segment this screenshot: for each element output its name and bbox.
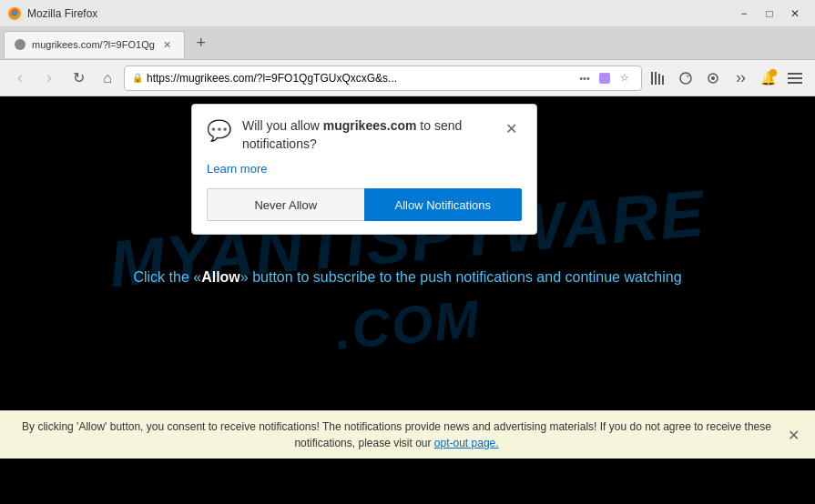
notification-bell-button[interactable]: 🔔 <box>755 66 780 91</box>
banner-text: By clicking 'Allow' button, you consent … <box>15 418 779 451</box>
bottom-banner: By clicking 'Allow' button, you consent … <box>0 410 815 459</box>
title-bar-left: Mozilla Firefox <box>7 6 97 21</box>
browser-tab[interactable]: mugrikees.com/?l=9FO1Qg ✕ <box>4 31 185 58</box>
tab-bar: mugrikees.com/?l=9FO1Qg ✕ + <box>0 27 815 60</box>
extensions-button[interactable] <box>700 66 726 91</box>
notification-popup: 💬 Will you allow mugrikees.com to send n… <box>191 104 537 235</box>
maximize-button[interactable]: □ <box>757 1 782 26</box>
home-button[interactable]: ⌂ <box>95 66 120 91</box>
tab-close-button[interactable]: ✕ <box>160 37 175 52</box>
subscribe-before: Click the « <box>133 269 201 285</box>
title-text: Mozilla Firefox <box>27 7 97 20</box>
title-bar: Mozilla Firefox − □ ✕ <box>0 0 815 27</box>
subscribe-allow: Allow <box>201 269 240 285</box>
pocket-button[interactable] <box>596 69 614 87</box>
banner-close-button[interactable]: ✕ <box>782 424 804 446</box>
svg-rect-13 <box>788 82 802 84</box>
bookmark-button[interactable]: ☆ <box>616 69 634 87</box>
back-button[interactable]: ‹ <box>7 66 33 91</box>
forward-button[interactable]: › <box>36 66 62 91</box>
subscribe-text: Click the «Allow» button to subscribe to… <box>133 269 681 286</box>
svg-point-2 <box>15 39 25 50</box>
sync-button[interactable] <box>673 66 698 91</box>
popup-buttons: Never Allow Allow Notifications <box>207 188 522 221</box>
tab-favicon <box>14 38 26 51</box>
svg-rect-6 <box>658 74 660 85</box>
nav-extras: ›› 🔔 <box>646 66 808 91</box>
banner-message: By clicking 'Allow' button, you consent … <box>22 420 771 449</box>
browser-content: MYANTISPYWARE .COM Click the «Allow» but… <box>0 96 815 459</box>
new-tab-button[interactable]: + <box>188 31 214 56</box>
popup-message-domain: mugrikees.com <box>323 118 417 133</box>
address-bar-actions: ••• ☆ <box>576 69 634 87</box>
svg-point-8 <box>680 73 691 84</box>
chat-icon: 💬 <box>207 119 231 143</box>
popup-close-button[interactable]: ✕ <box>500 117 522 139</box>
svg-rect-4 <box>651 72 653 85</box>
subscribe-after: » button to subscribe to the push notifi… <box>240 269 682 285</box>
allow-notifications-button[interactable]: Allow Notifications <box>364 188 523 221</box>
tab-title: mugrikees.com/?l=9FO1Qg <box>32 39 155 50</box>
svg-rect-12 <box>788 77 802 79</box>
close-button[interactable]: ✕ <box>782 1 808 26</box>
nav-bar: ‹ › ↻ ⌂ 🔒 ••• ☆ ›› 🔔 <box>0 60 815 96</box>
svg-rect-5 <box>655 72 657 85</box>
svg-point-1 <box>12 11 17 16</box>
svg-point-10 <box>711 76 715 80</box>
popup-message-prefix: Will you allow <box>242 118 323 133</box>
bell-badge <box>769 69 777 76</box>
never-allow-button[interactable]: Never Allow <box>207 188 364 221</box>
menu-button[interactable] <box>782 66 808 91</box>
title-controls: − □ ✕ <box>731 1 808 26</box>
lock-icon: 🔒 <box>132 73 143 83</box>
svg-rect-7 <box>662 76 664 85</box>
watermark-line2: .COM <box>332 287 483 361</box>
learn-more-link[interactable]: Learn more <box>207 162 522 176</box>
library-button[interactable] <box>646 66 671 91</box>
address-input[interactable] <box>147 72 572 85</box>
more-tools-button[interactable]: ›› <box>728 66 753 91</box>
firefox-icon <box>7 6 22 21</box>
svg-rect-11 <box>788 73 802 75</box>
popup-header: 💬 Will you allow mugrikees.com to send n… <box>207 117 522 153</box>
svg-rect-3 <box>599 73 610 84</box>
address-more-button[interactable]: ••• <box>576 69 594 87</box>
address-bar: 🔒 ••• ☆ <box>124 66 642 91</box>
popup-message: Will you allow mugrikees.com to send not… <box>242 117 489 153</box>
reload-button[interactable]: ↻ <box>66 66 91 91</box>
opt-out-link[interactable]: opt-out page. <box>434 437 499 449</box>
minimize-button[interactable]: − <box>731 1 757 26</box>
